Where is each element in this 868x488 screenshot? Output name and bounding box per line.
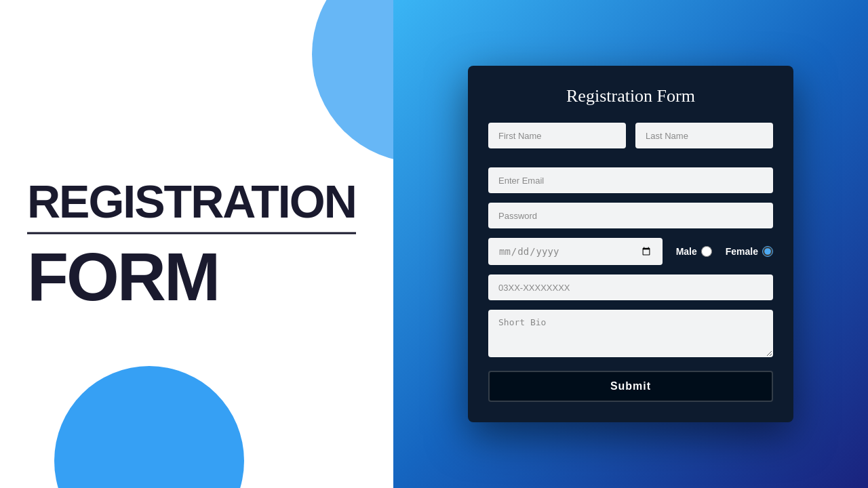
email-group	[488, 167, 773, 193]
submit-button[interactable]: Submit	[488, 371, 773, 402]
dob-gender-row: Male Female	[488, 238, 773, 265]
email-input[interactable]	[488, 167, 773, 193]
male-label: Male	[676, 246, 697, 257]
female-option[interactable]: Female	[726, 246, 773, 257]
female-radio[interactable]	[762, 246, 773, 257]
dob-wrapper	[488, 238, 663, 265]
registration-form-card: Registration Form Male	[468, 66, 793, 422]
dob-input[interactable]	[488, 238, 663, 265]
form-title: Registration Form	[488, 86, 773, 106]
phone-group	[488, 274, 773, 300]
first-name-input[interactable]	[488, 123, 626, 148]
password-input[interactable]	[488, 203, 773, 228]
male-radio[interactable]	[701, 246, 712, 257]
bio-group	[488, 310, 773, 357]
password-group	[488, 203, 773, 228]
name-row	[488, 123, 773, 158]
left-text-container: REGISTRATION FORM	[27, 178, 356, 310]
male-option[interactable]: Male	[676, 246, 712, 257]
registration-heading: REGISTRATION	[27, 178, 356, 224]
divider	[27, 232, 356, 235]
phone-input[interactable]	[488, 274, 773, 300]
first-name-group	[488, 123, 626, 148]
female-label: Female	[726, 246, 758, 257]
form-heading: FORM	[27, 243, 356, 310]
gender-options: Male Female	[676, 246, 773, 257]
right-panel: Registration Form Male	[393, 0, 868, 488]
blue-decoration-bottom	[54, 366, 244, 488]
last-name-group	[635, 123, 773, 148]
last-name-input[interactable]	[635, 123, 773, 148]
bio-textarea[interactable]	[488, 310, 773, 357]
